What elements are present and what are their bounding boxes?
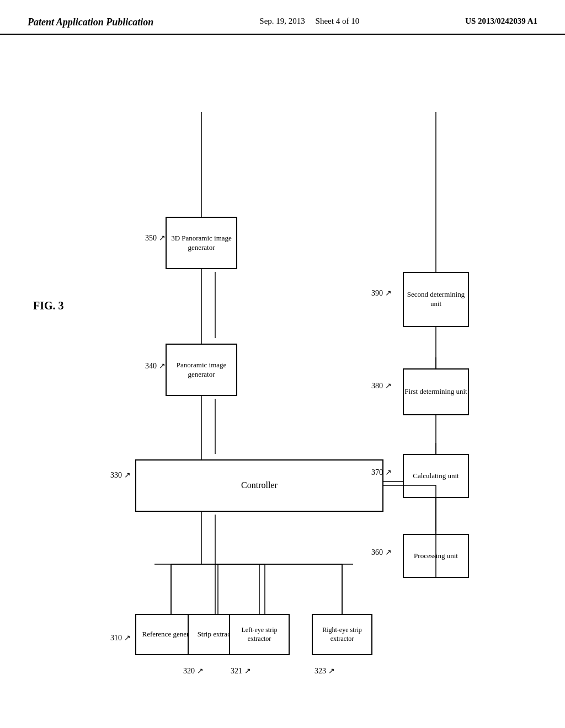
publication-number: US 2013/0242039 A1 — [465, 17, 537, 26]
box-calculating-unit: Calculating unit — [403, 454, 469, 498]
publication-title: Patent Application Publication — [28, 17, 153, 28]
connecting-lines — [0, 35, 565, 713]
ref-380: 380 ↗ — [371, 381, 392, 390]
box-processing-unit: Processing unit — [403, 534, 469, 578]
box-3d-panoramic-image-generator: 3D Panoramic image generator — [166, 217, 237, 269]
ref-320: 320 ↗ — [183, 666, 204, 676]
ref-323: 323 ↗ — [315, 666, 335, 676]
page-header: Patent Application Publication Sep. 19, … — [0, 0, 565, 35]
ref-330: 330 ↗ — [110, 470, 131, 480]
box-left-eye-strip-extractor: Left-eye strip extractor — [229, 614, 290, 655]
sheet-info: Sheet 4 of 10 — [316, 17, 360, 25]
box-right-eye-strip-extractor: Right-eye strip extractor — [312, 614, 372, 655]
ref-340: 340 ↗ — [145, 361, 166, 371]
publication-date-sheet: Sep. 19, 2013 Sheet 4 of 10 — [259, 17, 359, 26]
ref-350: 350 ↗ — [145, 233, 166, 243]
diagram-area: FIG. 3 — [0, 35, 565, 713]
box-first-determining-unit: First determining unit — [403, 368, 469, 415]
figure-label: FIG. 3 — [33, 299, 64, 312]
box-controller: Controller — [135, 459, 383, 512]
ref-321: 321 ↗ — [231, 666, 251, 676]
ref-390: 390 ↗ — [371, 288, 392, 298]
box-panoramic-image-generator: Panoramic image generator — [166, 344, 237, 396]
ref-310: 310 ↗ — [110, 633, 131, 643]
ref-360: 360 ↗ — [371, 548, 392, 557]
publication-date: Sep. 19, 2013 — [259, 17, 305, 25]
diagram-lines — [0, 35, 565, 713]
ref-370: 370 ↗ — [371, 468, 392, 477]
box-second-determining-unit: Second determining unit — [403, 272, 469, 327]
